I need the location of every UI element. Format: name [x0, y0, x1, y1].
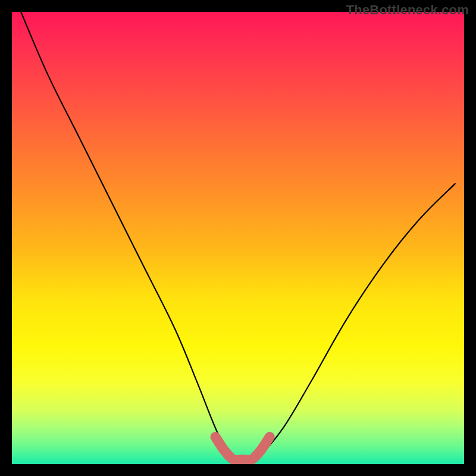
plot-area	[12, 12, 464, 464]
chart-frame: TheBottleneck.com	[0, 0, 476, 476]
sweet-spot-band-path	[215, 437, 270, 460]
watermark-text: TheBottleneck.com	[346, 2, 469, 18]
curve-overlay	[12, 12, 464, 464]
bottleneck-curve-path	[21, 12, 455, 460]
